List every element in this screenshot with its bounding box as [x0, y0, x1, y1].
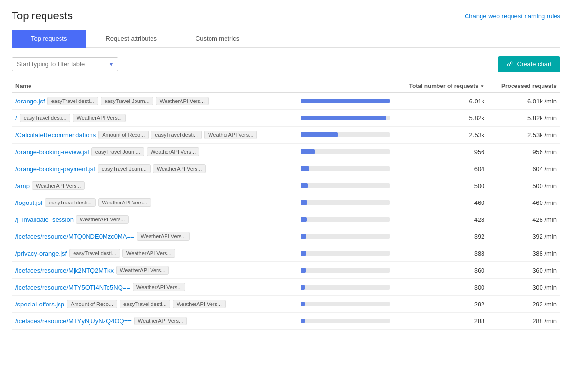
- filter-input[interactable]: [12, 57, 118, 71]
- row-link[interactable]: /: [15, 115, 17, 122]
- tag: WeatherAPI Vers...: [156, 97, 209, 105]
- bar-cell: [297, 160, 393, 177]
- bar-fill: [301, 251, 306, 256]
- bar-cell: [297, 245, 393, 262]
- tab-custom-metrics[interactable]: Custom metrics: [176, 30, 258, 48]
- tag: Amount of Reco...: [98, 131, 149, 139]
- row-link[interactable]: /icefaces/resource/MTYyNjUyNzQ4OQ==: [15, 318, 132, 325]
- col-processed: Processed requests: [488, 80, 560, 93]
- count-cell: 6.01k: [393, 93, 488, 110]
- name-cell: /icefaces/resource/MTQ0NDE0Mzc0MA==Weath…: [12, 228, 297, 245]
- tag: easyTravel Journ...: [98, 164, 151, 173]
- processed-cell: 428 /min: [488, 211, 560, 228]
- processed-cell: 388 /min: [488, 245, 560, 262]
- row-link[interactable]: /orange-booking-payment.jsf: [15, 165, 95, 173]
- count-cell: 292: [393, 296, 488, 313]
- bar-fill: [301, 200, 307, 205]
- count-cell: 956: [393, 144, 488, 160]
- name-cell: /privacy-orange.jsfeasyTravel desti...We…: [12, 245, 297, 262]
- row-link[interactable]: /icefaces/resource/MTQ0NDE0Mzc0MA==: [15, 233, 135, 240]
- name-cell: /easyTravel desti...WeatherAPI Vers...: [12, 110, 297, 127]
- row-link[interactable]: /icefaces/resource/Mjk2NTQ2MTkx: [15, 267, 114, 274]
- bar-fill: [301, 285, 305, 290]
- bar-fill: [301, 217, 307, 222]
- table-row: /easyTravel desti...WeatherAPI Vers...5.…: [12, 110, 560, 127]
- bar-fill: [301, 319, 305, 323]
- tab-request-attributes[interactable]: Request attributes: [86, 30, 176, 48]
- table-row: /orange.jsfeasyTravel desti...easyTravel…: [12, 93, 560, 110]
- name-cell: /j_invalidate_sessionWeatherAPI Vers...: [12, 211, 297, 228]
- row-link[interactable]: /privacy-orange.jsf: [15, 250, 67, 257]
- tag: WeatherAPI Vers...: [98, 198, 151, 207]
- table-row: /icefaces/resource/MTY5OTI4NTc5NQ==Weath…: [12, 279, 560, 296]
- bar-fill: [301, 132, 338, 137]
- bar-cell: [297, 110, 393, 127]
- processed-cell: 2.53k /min: [488, 127, 560, 144]
- requests-table: Name Total number of requests Processed …: [12, 80, 560, 330]
- tag: WeatherAPI Vers...: [122, 249, 175, 258]
- bar-cell: [297, 313, 393, 330]
- col-bar: [297, 80, 393, 93]
- create-chart-button[interactable]: ☍ Create chart: [498, 56, 560, 72]
- tag: Amount of Reco...: [67, 300, 117, 308]
- bar-cell: [297, 144, 393, 160]
- bar-fill: [301, 302, 305, 306]
- tabs-container: Top requests Request attributes Custom m…: [12, 30, 560, 48]
- row-link[interactable]: /CalculateRecommendations: [15, 131, 96, 139]
- bar-fill: [301, 183, 308, 188]
- name-cell: /CalculateRecommendationsAmount of Reco.…: [12, 127, 297, 144]
- name-cell: /icefaces/resource/MTY5OTI4NTc5NQ==Weath…: [12, 279, 297, 296]
- change-naming-link[interactable]: Change web request naming rules: [465, 13, 560, 20]
- page-container: Top requests Change web request naming r…: [0, 0, 572, 392]
- tag: easyTravel desti...: [151, 131, 202, 139]
- bar-cell: [297, 262, 393, 279]
- processed-cell: 460 /min: [488, 194, 560, 211]
- count-cell: 388: [393, 245, 488, 262]
- processed-cell: 292 /min: [488, 296, 560, 313]
- tab-top-requests[interactable]: Top requests: [12, 30, 86, 48]
- tag: WeatherAPI Vers...: [204, 131, 257, 139]
- table-row: /icefaces/resource/MTQ0NDE0Mzc0MA==Weath…: [12, 228, 560, 245]
- count-cell: 360: [393, 262, 488, 279]
- tag: WeatherAPI Vers...: [173, 300, 226, 308]
- filter-wrapper: ▼: [12, 57, 118, 71]
- bar-fill: [301, 149, 315, 154]
- name-cell: /orange-booking-payment.jsfeasyTravel Jo…: [12, 160, 297, 177]
- name-cell: /icefaces/resource/MTYyNjUyNzQ4OQ==Weath…: [12, 313, 297, 330]
- row-link[interactable]: /j_invalidate_session: [15, 216, 74, 223]
- table-row: /privacy-orange.jsfeasyTravel desti...We…: [12, 245, 560, 262]
- bar-cell: [297, 211, 393, 228]
- bar-cell: [297, 194, 393, 211]
- tag: WeatherAPI Vers...: [153, 164, 206, 173]
- tag: easyTravel desti...: [69, 249, 120, 258]
- table-row: /icefaces/resource/MTYyNjUyNzQ4OQ==Weath…: [12, 313, 560, 330]
- row-link[interactable]: /logout.jsf: [15, 199, 43, 206]
- tag: WeatherAPI Vers...: [147, 147, 199, 156]
- processed-cell: 288 /min: [488, 313, 560, 330]
- processed-cell: 5.82k /min: [488, 110, 560, 127]
- tag: easyTravel Journ...: [101, 97, 153, 105]
- processed-cell: 360 /min: [488, 262, 560, 279]
- count-cell: 288: [393, 313, 488, 330]
- processed-cell: 604 /min: [488, 160, 560, 177]
- table-row: /CalculateRecommendationsAmount of Reco.…: [12, 127, 560, 144]
- table-row: /icefaces/resource/Mjk2NTQ2MTkxWeatherAP…: [12, 262, 560, 279]
- chart-icon: ☍: [507, 60, 513, 68]
- row-link[interactable]: /special-offers.jsp: [15, 301, 64, 308]
- toolbar: ▼ ☍ Create chart: [12, 56, 560, 72]
- col-total[interactable]: Total number of requests: [393, 80, 488, 93]
- count-cell: 428: [393, 211, 488, 228]
- row-link[interactable]: /orange.jsf: [15, 98, 45, 105]
- bar-fill: [301, 99, 390, 103]
- bar-cell: [297, 279, 393, 296]
- row-link[interactable]: /orange-booking-review.jsf: [15, 148, 89, 156]
- row-link[interactable]: /icefaces/resource/MTY5OTI4NTc5NQ==: [15, 284, 130, 291]
- name-cell: /special-offers.jspAmount of Reco...easy…: [12, 296, 297, 313]
- tag: WeatherAPI Vers...: [76, 215, 129, 224]
- tag: WeatherAPI Vers...: [116, 266, 169, 275]
- tag: WeatherAPI Vers...: [32, 181, 85, 190]
- tag: WeatherAPI Vers...: [133, 283, 185, 291]
- bar-cell: [297, 177, 393, 194]
- processed-cell: 956 /min: [488, 144, 560, 160]
- row-link[interactable]: /amp: [15, 182, 30, 189]
